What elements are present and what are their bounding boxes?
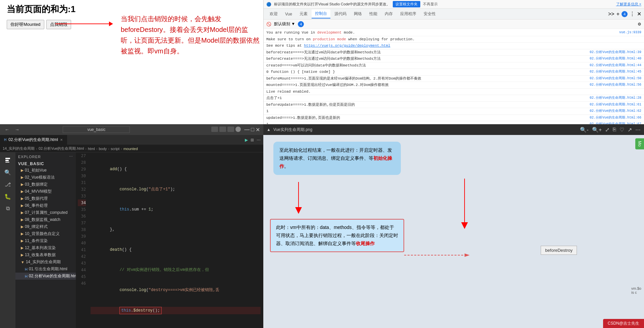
tab-close-btn[interactable]: ✕ xyxy=(60,138,63,142)
sidebar-item-14-02[interactable]: H 02.分析Vue的生命周期.html xyxy=(15,273,76,280)
console-source-11[interactable]: 02.分析Vue的生命周期.html:61 xyxy=(568,102,641,107)
sidebar-item-14[interactable]: ▼ 14_实列的生命周期 xyxy=(15,259,76,266)
tab-vue[interactable]: Vue xyxy=(282,10,296,18)
sidebar-label-12: 12_基本列表渲染 xyxy=(25,245,56,251)
console-source-0[interactable]: vue.js:9339 xyxy=(568,30,641,35)
sidebar-label-01: 01_初始Vue xyxy=(25,168,47,173)
activity-explorer[interactable] xyxy=(3,155,13,165)
close-icon[interactable]: ✕ xyxy=(637,11,641,17)
sidebar-item-03[interactable]: ▶ 03_数据绑定 xyxy=(15,181,76,188)
back-btn[interactable]: ← xyxy=(3,126,11,133)
editor-tab-active[interactable]: H 02.分析Vue的生命周期.html ✕ xyxy=(0,135,67,145)
layout-icon-3[interactable] xyxy=(227,127,234,132)
heart-icon[interactable]: ♡ xyxy=(620,127,624,133)
breadcrumb-html: html xyxy=(88,147,95,151)
activity-debug[interactable]: 🐛 xyxy=(3,191,13,201)
console-line-4: beforeCreate====>无法通过vm访问data中的数据和method… xyxy=(264,56,644,62)
fit-icon[interactable]: ⤢ xyxy=(605,127,609,133)
console-text-4: beforeCreate====>无法通过vm访问data中的数据和method… xyxy=(266,56,568,62)
sidebar-item-08[interactable]: ▶ 08_数据监视_watch xyxy=(15,216,76,223)
console-source-13[interactable]: 02.分析Vue的生命周期.html:66 xyxy=(568,115,641,120)
console-source-7[interactable]: 02.分析Vue的生命周期.html:50 xyxy=(568,76,641,81)
notif-dismiss-btn[interactable]: 不再显示 xyxy=(423,2,438,7)
close-window-icon[interactable]: ✕ xyxy=(256,127,260,133)
line-num-38: 38 xyxy=(78,226,86,233)
tab-network[interactable]: 网络 xyxy=(351,10,365,18)
tab-security[interactable]: 安全性 xyxy=(420,10,439,18)
console-text-10: 点击了+1 xyxy=(266,95,568,101)
maximize-icon[interactable]: □ xyxy=(251,127,254,133)
console-source-4[interactable]: 02.分析Vue的生命周期.html:40 xyxy=(568,56,641,61)
console-source-3[interactable]: 02.分析Vue的生命周期.html:39 xyxy=(568,50,641,55)
sidebar-item-14-01[interactable]: H 01.引出生命周期.html xyxy=(15,266,76,273)
console-source-14[interactable]: 02.分析Vue的生命周期.html:67 xyxy=(568,122,641,124)
layout-icon-2[interactable] xyxy=(219,127,226,132)
split-icon[interactable]: ⊞ xyxy=(251,138,254,142)
sidebar-item-02[interactable]: ▶ 02_Vue模板语法 xyxy=(15,174,76,181)
console-source-8[interactable]: 02.分析Vue的生命周期.html:56 xyxy=(568,82,641,87)
sidebar-item-04[interactable]: ▶ 04_MVVM模型 xyxy=(15,188,76,195)
filter-label[interactable]: 默认级别 ▼ xyxy=(274,21,295,27)
svg-rect-1 xyxy=(5,160,9,161)
more-actions-icon[interactable]: ⋯ xyxy=(257,138,261,142)
forward-btn[interactable]: → xyxy=(13,126,21,133)
highlight-end: 收尾操作 xyxy=(356,241,375,246)
console-text-12: 1 xyxy=(266,108,568,114)
notif-learn-more-link[interactable]: 了解更多信息 × xyxy=(616,2,641,7)
sidebar-item-07[interactable]: ▶ 07_计算属性_computed xyxy=(15,209,76,216)
console-source-10[interactable]: 02.分析Vue的生命周期.html:28 xyxy=(568,95,641,100)
copy-icon[interactable]: ⎘ xyxy=(613,127,616,133)
mo-button[interactable]: Mo xyxy=(635,138,644,149)
sidebar-label-10: 10_背景颜色自定义 xyxy=(25,231,60,237)
sidebar-item-11[interactable]: ▶ 11_条件渲染 xyxy=(15,237,76,244)
sidebar-item-13[interactable]: ▶ 13_收集表单数据 xyxy=(15,251,76,259)
tab-elements[interactable]: 元素 xyxy=(296,10,311,18)
dashed-svg xyxy=(404,253,471,257)
settings-icon[interactable]: ⚙ xyxy=(638,22,641,27)
vscode-area: ← → — □ ✕ H 02.分析Vue的生命周期.html ✕ ▶ ⊞ xyxy=(0,124,263,328)
sidebar-more-icon[interactable]: ⋯ xyxy=(69,154,73,159)
more-icon[interactable]: ⋮ xyxy=(630,11,635,17)
tab-welcome[interactable]: 欢迎 xyxy=(266,10,281,18)
line-num-29: 29 xyxy=(78,166,86,173)
sidebar-item-09[interactable]: ▶ 09_绑定样式 xyxy=(15,223,76,230)
line-num-46: 46 xyxy=(78,280,86,287)
chevron-right-icon[interactable]: >> xyxy=(608,11,614,17)
plus-icon[interactable]: + xyxy=(616,11,620,17)
activity-search[interactable]: 🔍 xyxy=(3,167,13,177)
console-source-5[interactable]: 02.分析Vue的生命周期.html:44 xyxy=(568,63,641,68)
sidebar-item-01[interactable]: ▶ 01_初始Vue xyxy=(15,167,76,174)
tab-performance[interactable]: 性能 xyxy=(366,10,381,18)
sidebar-item-12[interactable]: ▶ 12_基本列表渲染 xyxy=(15,244,76,251)
tab-sources[interactable]: 源代码 xyxy=(331,10,350,18)
sidebar-item-10[interactable]: ▶ 10_背景颜色自定义 xyxy=(15,230,76,237)
console-source-6[interactable]: 02.分析Vue的生命周期.html:45 xyxy=(568,69,641,74)
run-icon[interactable]: ▶ xyxy=(245,138,248,142)
line-num-45: 45 xyxy=(78,273,86,280)
line-num-30: 30 xyxy=(78,173,86,179)
zoom-in-icon[interactable]: 🔍+ xyxy=(592,127,602,133)
activity-extensions[interactable]: ⧉ xyxy=(3,203,13,214)
layout-icon-1[interactable] xyxy=(211,127,218,132)
zoom-out-icon[interactable]: 🔍- xyxy=(580,127,588,133)
btn-mounted[interactable]: 你好呀Mounted xyxy=(7,20,44,29)
breadcrumb-mounted: mounted xyxy=(123,147,138,151)
search-input[interactable] xyxy=(63,126,130,133)
tab-application[interactable]: 应用程序 xyxy=(397,10,420,18)
breadcrumb-sep-1: › xyxy=(36,147,37,151)
sidebar-item-05[interactable]: ▶ 05_数据代理 xyxy=(15,195,76,202)
share-icon[interactable]: ↗ xyxy=(628,127,632,133)
notification-text: 标识项目的根文件夹以打开Visual Studio Code中的源文件并同步更改… xyxy=(274,2,390,7)
sidebar: EXPLORER ⋯ VUE_BASIC ▶ 01_初始Vue ▶ 02_Vue… xyxy=(15,152,76,328)
layout-icon-4[interactable] xyxy=(235,127,241,132)
tab-memory[interactable]: 内存 xyxy=(381,10,396,18)
notif-settings-btn[interactable]: 设置根文件夹 xyxy=(393,1,420,7)
tab-console[interactable]: 控制台 xyxy=(312,9,330,18)
more-image-icon[interactable]: ⋯ xyxy=(635,127,641,133)
sidebar-item-06[interactable]: ▶ 06_事件处理 xyxy=(15,202,76,209)
console-source-12[interactable]: 02.分析Vue的生命周期.html:62 xyxy=(568,108,641,113)
minimize-icon[interactable]: — xyxy=(244,127,250,133)
activity-git[interactable]: ⎇ xyxy=(3,179,13,189)
code-line-31: death() { xyxy=(91,246,261,253)
code-line-28: console.log("点击了+1"); xyxy=(91,186,261,193)
